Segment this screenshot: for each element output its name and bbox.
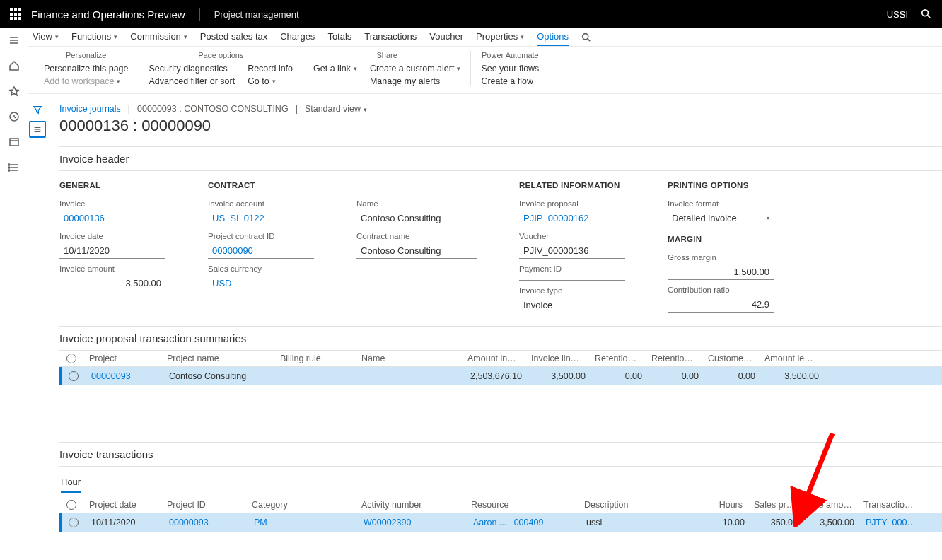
col-name[interactable]: Name	[356, 354, 462, 363]
field-contribution-ratio[interactable]: 42.9	[668, 297, 774, 313]
col-amount-invoic[interactable]: Amount invoic...	[462, 354, 525, 363]
command-search-icon[interactable]	[581, 30, 591, 46]
table-row[interactable]: 00000093 Contoso Consulting 2,503,676.10…	[59, 367, 942, 385]
go-to-button[interactable]: Go to▾	[248, 76, 293, 86]
section-summaries[interactable]: Invoice proposal transaction summaries	[59, 326, 942, 351]
ribbon-group-title: Personalize	[44, 51, 129, 59]
col-description[interactable]: Description	[578, 500, 706, 510]
cell-transaction-id[interactable]: PJTY_00008581	[860, 518, 924, 527]
field-invoice-date[interactable]: 10/11/2020	[59, 243, 165, 259]
record-info-button[interactable]: Record info	[248, 64, 293, 74]
field-project-contract-id[interactable]: 00000090	[208, 243, 314, 259]
label-invoice-format: Invoice format	[668, 199, 774, 208]
filter-icon[interactable]	[29, 101, 46, 118]
tab-commission[interactable]: Commission▾	[130, 28, 187, 46]
field-voucher[interactable]: PJIV_00000136	[519, 243, 625, 259]
home-icon[interactable]	[8, 59, 21, 72]
col-project-date[interactable]: Project date	[83, 500, 161, 510]
cell-project-id[interactable]: 00000093	[163, 518, 248, 527]
field-invoice-amount[interactable]: 3,500.00	[59, 276, 165, 291]
star-icon[interactable]	[8, 85, 21, 98]
field-invoice-format[interactable]: Detailed invoice▾	[668, 211, 774, 226]
col-transaction-id[interactable]: Transaction ID	[858, 500, 921, 510]
tab-charges[interactable]: Charges	[280, 28, 315, 46]
col-retention-rele[interactable]: Retention rele...	[589, 354, 646, 363]
field-contract-name[interactable]: Contoso Consulting	[356, 243, 477, 259]
ribbon-group-share: Share Get a link▾ Create a custom alert▾…	[303, 51, 471, 86]
tab-view[interactable]: View▾	[33, 28, 59, 46]
table-row[interactable]: 10/11/2020 00000093 PM W00002390 Aaron .…	[59, 513, 942, 532]
tab-functions[interactable]: Functions▾	[71, 28, 117, 46]
tab-transactions[interactable]: Transactions	[364, 28, 417, 46]
col-category[interactable]: Category	[246, 500, 356, 510]
label-invoice-date: Invoice date	[59, 232, 165, 240]
tab-voucher[interactable]: Voucher	[429, 28, 463, 46]
cell-resource-id[interactable]: 000409	[514, 518, 544, 527]
col-project-id[interactable]: Project ID	[161, 500, 246, 510]
create-custom-alert-button[interactable]: Create a custom alert▾	[370, 64, 461, 74]
recent-icon[interactable]	[8, 110, 21, 123]
field-name[interactable]: Contoso Consulting	[356, 211, 477, 226]
field-sales-currency[interactable]: USD	[208, 276, 314, 291]
module-title[interactable]: Project management	[200, 9, 299, 20]
field-invoice-proposal[interactable]: PJIP_00000162	[519, 211, 625, 226]
field-invoice[interactable]: 00000136	[59, 211, 165, 226]
page-body: Invoice journals | 00000093 : CONTOSO CO…	[47, 94, 942, 560]
cell-category[interactable]: PM	[248, 518, 358, 527]
tab-totals[interactable]: Totals	[327, 28, 351, 46]
cell-retention-rele: 0.00	[591, 371, 648, 381]
col-resource[interactable]: Resource	[465, 500, 578, 510]
manage-alerts-button[interactable]: Manage my alerts	[370, 76, 461, 86]
add-to-workspace-button[interactable]: Add to workspace▾	[44, 76, 129, 86]
col-invoice-line-am[interactable]: Invoice line am...	[525, 354, 589, 363]
left-nav-rail	[0, 28, 28, 560]
label-contract-name: Contract name	[356, 232, 477, 240]
col-amount-less-re[interactable]: Amount less re...	[759, 354, 822, 363]
row-radio[interactable]	[69, 371, 78, 381]
tab-options[interactable]: Options	[537, 28, 569, 46]
search-icon[interactable]	[921, 8, 931, 21]
workspace-icon[interactable]	[8, 136, 21, 148]
col-billing-rule[interactable]: Billing rule	[274, 354, 356, 363]
field-gross-margin[interactable]: 1,500.00	[668, 264, 774, 280]
section-transactions[interactable]: Invoice transactions	[59, 442, 942, 467]
col-line-amount[interactable]: Line amount	[801, 500, 858, 510]
list-view-icon[interactable]	[29, 121, 46, 138]
see-flows-button[interactable]: See your flows	[481, 64, 539, 74]
select-all-radio[interactable]	[66, 500, 76, 510]
breadcrumb-view[interactable]: Standard view ▾	[305, 104, 367, 114]
field-payment-id[interactable]	[519, 276, 625, 281]
advanced-filter-button[interactable]: Advanced filter or sort	[149, 76, 236, 86]
col-retention-perc[interactable]: Retention perc...	[646, 354, 702, 363]
app-title: Finance and Operations Preview	[31, 8, 200, 21]
field-invoice-account[interactable]: US_SI_0122	[208, 211, 314, 226]
col-hours[interactable]: Hours	[706, 500, 748, 510]
label-name: Name	[356, 199, 477, 208]
label-sales-currency: Sales currency	[208, 264, 314, 273]
col-customer-retai[interactable]: Customer retai...	[702, 354, 759, 363]
create-flow-button[interactable]: Create a flow	[481, 76, 539, 86]
section-invoice-header[interactable]: Invoice header	[59, 146, 942, 171]
cell-project[interactable]: 00000093	[86, 371, 163, 381]
col-project[interactable]: Project	[83, 354, 161, 363]
cell-resource-name[interactable]: Aaron ...	[473, 518, 506, 527]
col-project-name[interactable]: Project name	[161, 354, 274, 363]
legal-entity[interactable]: USSI	[887, 9, 908, 20]
personalize-page-button[interactable]: Personalize this page	[44, 64, 129, 74]
get-link-button[interactable]: Get a link▾	[313, 64, 357, 74]
tab-hour[interactable]: Hour	[61, 474, 81, 493]
select-all-radio[interactable]	[66, 354, 76, 363]
module-icon[interactable]	[8, 161, 21, 174]
row-radio[interactable]	[69, 518, 78, 527]
breadcrumb-link[interactable]: Invoice journals	[59, 104, 121, 114]
security-diagnostics-button[interactable]: Security diagnostics	[149, 64, 236, 74]
cell-activity-number[interactable]: W00002390	[358, 518, 467, 527]
heading-general: GENERAL	[59, 181, 165, 189]
tab-properties[interactable]: Properties▾	[476, 28, 524, 46]
hamburger-icon[interactable]	[8, 34, 21, 47]
field-invoice-type[interactable]: Invoice	[519, 298, 625, 313]
col-activity-number[interactable]: Activity number	[356, 500, 465, 510]
waffle-icon[interactable]	[10, 8, 21, 20]
tab-posted-sales-tax[interactable]: Posted sales tax	[200, 28, 267, 46]
col-sales-price[interactable]: Sales price	[748, 500, 801, 510]
